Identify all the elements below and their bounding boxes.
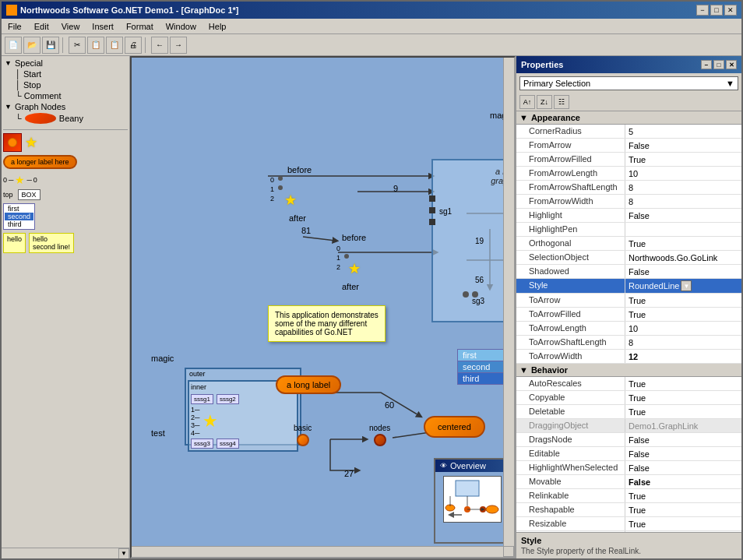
menu-help[interactable]: Help bbox=[202, 20, 233, 33]
props-val-editable[interactable]: False bbox=[625, 447, 741, 460]
menu-edit[interactable]: Edit bbox=[28, 20, 55, 33]
props-val-deletable[interactable]: True bbox=[625, 405, 741, 418]
sssg2[interactable]: sssg2 bbox=[217, 394, 239, 404]
props-row-deletable: Deletable True bbox=[516, 405, 741, 419]
props-val-fromarrowfilled[interactable]: True bbox=[625, 153, 741, 166]
props-val-reshapable[interactable]: True bbox=[625, 503, 741, 516]
nodes-node[interactable]: nodes bbox=[369, 424, 390, 446]
close-button[interactable]: ✕ bbox=[724, 5, 737, 16]
props-val-fromarrowlength[interactable]: 10 bbox=[625, 167, 741, 180]
tree-start[interactable]: │ Start bbox=[12, 69, 128, 79]
props-val-toarrowfilled[interactable]: True bbox=[625, 308, 741, 321]
palette-box[interactable]: BOX bbox=[18, 189, 40, 200]
menu-window[interactable]: Window bbox=[160, 20, 202, 33]
left-panel-scrollbar[interactable]: ▼ bbox=[2, 548, 129, 558]
star1-node[interactable]: ★ bbox=[284, 192, 297, 209]
props-val-movable[interactable]: False bbox=[625, 475, 741, 488]
palette-ellipse-row: a longer label here bbox=[3, 155, 128, 171]
star2-node[interactable]: ★ bbox=[348, 260, 361, 277]
props-val-toarrowshaftlength[interactable]: 8 bbox=[625, 336, 741, 349]
canvas-vscrollbar[interactable] bbox=[503, 58, 514, 546]
palette-list-node[interactable]: first second third bbox=[3, 203, 35, 230]
after2-node[interactable]: after bbox=[342, 282, 359, 291]
tree-special[interactable]: ▼ Special bbox=[3, 58, 128, 69]
props-section-behavior-collapse-icon[interactable]: ▼ bbox=[519, 365, 528, 375]
props-val-autorescales[interactable]: True bbox=[625, 377, 741, 390]
main-subgraph[interactable]: a node containing agraph, also containin… bbox=[431, 159, 514, 322]
undo-button[interactable]: ← bbox=[151, 37, 168, 54]
props-val-fromarrowshaftlength[interactable]: 8 bbox=[625, 181, 741, 194]
props-val-cornerradius[interactable]: 5 bbox=[625, 125, 741, 138]
props-grid-btn[interactable]: ☷ bbox=[554, 95, 569, 109]
props-val-style[interactable]: RoundedLine ▼ bbox=[625, 279, 741, 293]
canvas-area[interactable]: magic 47 a node containing agraph, also … bbox=[130, 56, 516, 558]
paste-button[interactable]: 📋 bbox=[106, 37, 123, 54]
scroll-down-btn[interactable]: ▼ bbox=[118, 548, 129, 559]
redo-button[interactable]: → bbox=[170, 37, 187, 54]
palette-hello[interactable]: hello bbox=[3, 233, 26, 253]
props-val-toarrowlength[interactable]: 10 bbox=[625, 322, 741, 335]
menu-view[interactable]: View bbox=[55, 20, 86, 33]
sssg4[interactable]: sssg4 bbox=[217, 438, 239, 449]
menu-insert[interactable]: Insert bbox=[86, 20, 120, 33]
before2-node[interactable]: before bbox=[342, 233, 366, 242]
save-button[interactable]: 💾 bbox=[42, 37, 59, 54]
props-val-toarrowwidth[interactable]: 12 bbox=[625, 350, 741, 363]
tree-stop[interactable]: │ Stop bbox=[12, 79, 128, 90]
copy-button[interactable]: 📋 bbox=[87, 37, 104, 54]
props-val-copyable[interactable]: True bbox=[625, 391, 741, 404]
props-val-fromarrow[interactable]: False bbox=[625, 139, 741, 152]
props-val-orthogonal[interactable]: True bbox=[625, 237, 741, 250]
after1-node[interactable]: after bbox=[289, 213, 306, 223]
print-button[interactable]: 🖨 bbox=[125, 37, 142, 54]
magic-left-node[interactable]: magic bbox=[151, 354, 174, 363]
tree-graphnodes[interactable]: ▼ Graph Nodes bbox=[3, 101, 128, 112]
palette-star-icon[interactable]: ★ bbox=[25, 134, 37, 151]
after2-label: after bbox=[342, 282, 359, 291]
minimize-button[interactable]: − bbox=[696, 5, 709, 16]
props-sort-asc-btn[interactable]: A↑ bbox=[519, 95, 535, 109]
props-val-highlightwhenselected[interactable]: False bbox=[625, 461, 741, 474]
expand-special-icon[interactable]: ▼ bbox=[5, 59, 12, 67]
props-val-fromarrowwidth[interactable]: 8 bbox=[625, 195, 741, 208]
new-button[interactable]: 📄 bbox=[5, 37, 22, 54]
props-minimize-btn[interactable]: − bbox=[701, 60, 712, 69]
props-style-dropdown-btn[interactable]: ▼ bbox=[681, 280, 692, 291]
props-val-selectionobject[interactable]: Northwoods.Go.GoLink bbox=[625, 251, 741, 264]
props-val-shadowed[interactable]: False bbox=[625, 265, 741, 278]
menu-file[interactable]: File bbox=[2, 20, 28, 33]
palette-red-sq[interactable] bbox=[3, 133, 22, 152]
props-val-highlight[interactable]: False bbox=[625, 209, 741, 222]
props-val-dragsnode[interactable]: False bbox=[625, 433, 741, 446]
long-label-node[interactable]: a long label bbox=[276, 375, 341, 394]
port-0-dot bbox=[278, 176, 283, 181]
port-label-1: 1 bbox=[270, 185, 274, 193]
num56-label: 56 bbox=[475, 276, 484, 284]
open-button[interactable]: 📂 bbox=[23, 37, 40, 54]
props-section-collapse-icon[interactable]: ▼ bbox=[519, 113, 528, 122]
restore-button[interactable]: □ bbox=[710, 5, 723, 16]
tree-comment[interactable]: └ Comment bbox=[12, 90, 128, 101]
menu-format[interactable]: Format bbox=[120, 20, 160, 33]
props-val-relinkable[interactable]: True bbox=[625, 489, 741, 502]
props-val-resizable[interactable]: True bbox=[625, 517, 741, 530]
sssg3[interactable]: sssg3 bbox=[191, 438, 213, 449]
test-node[interactable]: test bbox=[151, 428, 165, 438]
expand-graphnodes-icon[interactable]: ▼ bbox=[5, 103, 12, 111]
before1-node[interactable]: before bbox=[287, 165, 312, 174]
basic-label: basic bbox=[294, 424, 312, 432]
centered-node[interactable]: centered bbox=[424, 416, 485, 438]
props-row-style[interactable]: Style RoundedLine ▼ bbox=[516, 279, 741, 294]
props-restore-btn[interactable]: □ bbox=[713, 60, 724, 69]
sssg1[interactable]: sssg1 bbox=[191, 394, 213, 404]
props-val-toarrow[interactable]: True bbox=[625, 294, 741, 307]
props-close-btn[interactable]: ✕ bbox=[726, 60, 737, 69]
props-sort-desc-btn[interactable]: Z↓ bbox=[537, 95, 552, 109]
canvas-hscrollbar[interactable] bbox=[132, 546, 503, 557]
basic-node[interactable]: basic bbox=[294, 424, 312, 446]
cut-button[interactable]: ✂ bbox=[69, 37, 86, 54]
tree-beany[interactable]: └ Beany bbox=[12, 112, 128, 125]
palette-long-label[interactable]: a longer label here bbox=[3, 155, 77, 169]
props-val-highlightpen[interactable] bbox=[625, 223, 741, 236]
props-selector[interactable]: Primary Selection ▼ bbox=[519, 76, 738, 90]
